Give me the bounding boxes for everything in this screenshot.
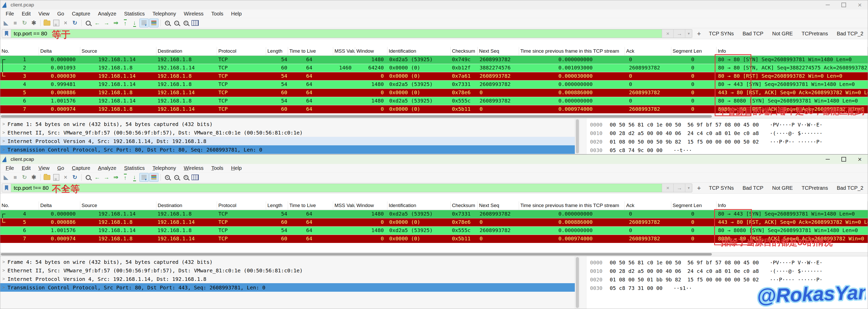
expander-icon[interactable]: > bbox=[0, 130, 7, 135]
filter-shortcut-tcpretrans[interactable]: TCPretrans bbox=[797, 185, 832, 191]
close-button[interactable]: × bbox=[852, 0, 868, 9]
column-header-delta[interactable]: Delta bbox=[39, 202, 80, 210]
find-packet-icon[interactable] bbox=[84, 173, 92, 182]
packet-row[interactable]: 61.001576192.168.1.14192.168.1.8TCP54641… bbox=[0, 226, 868, 235]
close-file-icon[interactable]: × bbox=[61, 19, 70, 27]
menu-item-edit[interactable]: Edit bbox=[18, 11, 34, 17]
column-header-time-since-previous-frame-in-this-tcp-stream[interactable]: Time since previous frame in this TCP st… bbox=[519, 47, 625, 55]
colorize-packets-icon[interactable] bbox=[149, 173, 158, 182]
detail-line[interactable]: >Internet Protocol Version 4, Src: 192.1… bbox=[0, 137, 575, 145]
detail-line[interactable]: >Internet Protocol Version 4, Src: 192.1… bbox=[0, 275, 575, 283]
close-button[interactable]: × bbox=[852, 155, 868, 164]
column-header-mss-valu[interactable]: MSS Valu bbox=[333, 47, 355, 55]
go-back-icon[interactable]: ← bbox=[93, 173, 102, 182]
column-header-info[interactable]: Info bbox=[716, 202, 868, 210]
apply-filter-button[interactable]: → bbox=[673, 184, 685, 192]
expander-icon[interactable]: > bbox=[0, 285, 7, 290]
menu-item-tools[interactable]: Tools bbox=[208, 11, 227, 17]
expander-icon[interactable]: > bbox=[0, 122, 7, 127]
expander-icon[interactable]: > bbox=[0, 268, 7, 273]
resize-columns-icon[interactable] bbox=[191, 173, 199, 182]
column-header-checksum[interactable]: Checksum bbox=[451, 202, 478, 210]
filter-dropdown-button[interactable]: ▾ bbox=[685, 29, 692, 38]
restart-capture-icon[interactable]: ↻ bbox=[20, 19, 29, 27]
menu-item-help[interactable]: Help bbox=[227, 11, 245, 17]
column-header-time-to-live[interactable]: Time to Live bbox=[288, 47, 333, 55]
save-file-icon[interactable] bbox=[52, 173, 61, 182]
go-forward-icon[interactable]: → bbox=[102, 19, 111, 27]
column-header-identification[interactable]: Identification bbox=[388, 47, 451, 55]
minimize-button[interactable] bbox=[820, 0, 836, 9]
go-to-top-icon[interactable]: ↑ bbox=[121, 173, 130, 182]
reload-file-icon[interactable]: ↻ bbox=[70, 173, 79, 182]
column-header-window[interactable]: Window bbox=[355, 202, 388, 210]
filter-bookmark-icon[interactable] bbox=[2, 184, 11, 192]
column-header-ack[interactable]: Ack bbox=[625, 202, 671, 210]
display-filter-input[interactable] bbox=[11, 185, 662, 191]
column-header-identification[interactable]: Identification bbox=[388, 202, 451, 210]
filter-shortcut-bad-tcp[interactable]: Bad TCP bbox=[738, 185, 768, 191]
packet-row[interactable]: 40.999481192.168.1.14192.168.1.8TCP54641… bbox=[0, 80, 868, 89]
add-filter-button[interactable]: + bbox=[692, 184, 704, 192]
packet-row[interactable]: 61.001576192.168.1.14192.168.1.8TCP54641… bbox=[0, 97, 868, 105]
filter-shortcut-bad-tcp-2[interactable]: Bad TCP_2 bbox=[832, 185, 868, 191]
packet-row[interactable]: 10.000000192.168.1.14192.168.1.8TCP54641… bbox=[0, 56, 868, 64]
title-bar[interactable]: client.pcap × bbox=[0, 0, 868, 9]
details-scrollbar[interactable] bbox=[575, 256, 580, 309]
filter-shortcut-bad-tcp[interactable]: Bad TCP bbox=[738, 31, 768, 37]
column-header-destination[interactable]: Destination bbox=[156, 202, 217, 210]
packet-row[interactable]: 40.000000192.168.1.14192.168.1.8TCP54641… bbox=[0, 210, 868, 218]
auto-scroll-icon[interactable]: ▼ bbox=[140, 173, 149, 182]
stop-capture-icon[interactable]: ■ bbox=[11, 19, 20, 27]
column-header-time-to-live[interactable]: Time to Live bbox=[288, 202, 333, 210]
start-capture-fin-icon[interactable]: ◣ bbox=[2, 173, 10, 182]
scrollbar-thumb[interactable] bbox=[1, 253, 712, 255]
column-header-protocol[interactable]: Protocol bbox=[217, 202, 266, 210]
hex-line[interactable]: 003005 c8 74 9c 00 00··t··· bbox=[586, 146, 868, 155]
clear-filter-button[interactable]: × bbox=[662, 184, 673, 192]
save-file-icon[interactable] bbox=[52, 19, 61, 27]
go-forward-icon[interactable]: → bbox=[102, 173, 111, 182]
maximize-button[interactable] bbox=[836, 0, 852, 9]
display-filter-field[interactable] bbox=[11, 29, 662, 38]
capture-options-gear-icon[interactable]: ✱ bbox=[29, 173, 38, 182]
detail-line[interactable]: >Frame 4: 54 bytes on wire (432 bits), 5… bbox=[0, 258, 575, 266]
resize-columns-icon[interactable] bbox=[191, 19, 199, 27]
detail-line[interactable]: >Transmission Control Protocol, Src Port… bbox=[0, 145, 575, 154]
scrollbar-thumb[interactable] bbox=[1, 115, 712, 118]
detail-line[interactable]: >Ethernet II, Src: VMware_9f:bf:57 (00:5… bbox=[0, 266, 575, 275]
packet-row[interactable]: 50.000886192.168.1.8192.168.1.14TCP60640… bbox=[0, 218, 868, 226]
column-header-segment-len[interactable]: Segment Len bbox=[671, 47, 716, 55]
close-file-icon[interactable]: × bbox=[61, 173, 70, 182]
scrollbar-thumb[interactable] bbox=[576, 257, 579, 308]
zoom-in-icon[interactable]: + bbox=[163, 19, 172, 27]
clear-filter-button[interactable]: × bbox=[662, 29, 673, 38]
go-to-top-icon[interactable]: ↑ bbox=[121, 19, 130, 27]
hex-line[interactable]: 001000 28 d2 a5 00 00 40 06 24 c4 c0 a8 … bbox=[586, 129, 868, 137]
column-header-checksum[interactable]: Checksum bbox=[451, 47, 478, 55]
display-filter-field[interactable] bbox=[11, 184, 662, 192]
menu-item-view[interactable]: View bbox=[35, 165, 54, 171]
column-header-segment-len[interactable]: Segment Len bbox=[671, 202, 716, 210]
column-header-delta[interactable]: Delta bbox=[39, 47, 80, 55]
menu-item-view[interactable]: View bbox=[35, 11, 54, 17]
display-filter-input[interactable] bbox=[11, 30, 662, 37]
menu-item-analyze[interactable]: Analyze bbox=[94, 11, 120, 17]
colorize-packets-icon[interactable] bbox=[149, 19, 158, 27]
detail-line[interactable]: >Ethernet II, Src: VMware_9f:bf:57 (00:5… bbox=[0, 128, 575, 137]
menu-item-telephony[interactable]: Telephony bbox=[149, 165, 180, 171]
zoom-in-icon[interactable]: + bbox=[163, 173, 172, 182]
zoom-out-icon[interactable]: − bbox=[172, 173, 181, 182]
column-header-length[interactable]: Length bbox=[266, 47, 288, 55]
zoom-reset-icon[interactable]: = bbox=[181, 19, 190, 27]
hex-line[interactable]: 002001 08 00 50 00 50 9b 82 15 f5 00 00 … bbox=[586, 137, 868, 146]
menu-item-telephony[interactable]: Telephony bbox=[149, 11, 180, 17]
hex-line[interactable]: 000000 50 56 81 c0 1e 00 50 56 9f bf 57 … bbox=[586, 258, 868, 267]
capture-options-gear-icon[interactable]: ✱ bbox=[29, 19, 38, 27]
menu-item-wireless[interactable]: Wireless bbox=[180, 11, 208, 17]
column-header-source[interactable]: Source bbox=[80, 202, 156, 210]
packet-row[interactable]: 50.000886192.168.1.8192.168.1.14TCP60640… bbox=[0, 89, 868, 97]
column-header-next-seq[interactable]: Next Seq bbox=[478, 202, 519, 210]
add-filter-button[interactable]: + bbox=[692, 30, 704, 38]
restart-capture-icon[interactable]: ↻ bbox=[20, 173, 29, 182]
